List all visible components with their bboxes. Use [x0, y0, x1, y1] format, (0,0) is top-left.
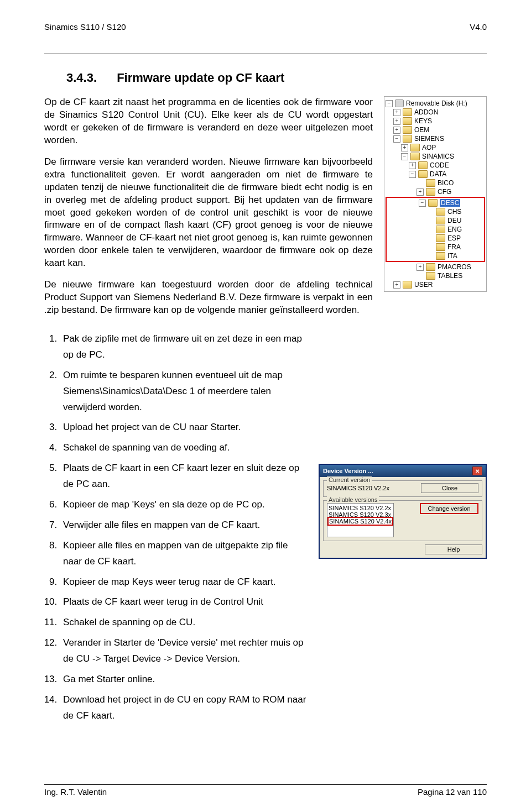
dialog-title-text: Device Version ...: [323, 468, 373, 474]
help-button[interactable]: Help: [425, 544, 482, 554]
tree-node-siemens[interactable]: −SIEMENS: [386, 134, 485, 143]
close-icon[interactable]: ✕: [472, 467, 482, 475]
dialog-titlebar: Device Version ... ✕: [320, 465, 486, 477]
folder-icon: [426, 263, 435, 271]
footer-left: Ing. R.T. Valentin: [44, 787, 107, 797]
tree-node-user[interactable]: +USER: [386, 280, 485, 289]
folder-tree: −Removable Disk (H:)+ADDON+KEYS+OEM−SIEM…: [384, 96, 487, 292]
section-heading: 3.4.3. Firmware update op CF kaart: [66, 71, 487, 85]
tree-node-keys[interactable]: +KEYS: [386, 117, 485, 125]
step-3: Upload het project van de CU naar Starte…: [60, 420, 308, 436]
paragraph-1: Op de CF kaart zit naast het programma e…: [44, 96, 373, 147]
tree-node-fra[interactable]: FRA: [388, 243, 483, 252]
header-left: Sinamics S110 / S120: [44, 22, 126, 32]
version-option[interactable]: SINAMICS S120 V2.2x: [329, 505, 392, 511]
step-5: Plaats de CF kaart in een CF kaart lezer…: [60, 460, 308, 493]
current-version-label: Current version: [327, 476, 372, 483]
footer-rule: [44, 784, 487, 785]
disk-icon: [395, 99, 404, 107]
tree-node-ita[interactable]: ITA: [388, 252, 483, 260]
folder-icon: [410, 144, 420, 151]
folder-icon: [426, 188, 435, 196]
folder-icon: [426, 179, 435, 187]
step-4: Schakel de spanning van de voeding af.: [60, 440, 308, 456]
step-11: Schakel de spanning op de CU.: [60, 615, 308, 631]
tree-node-aop[interactable]: +AOP: [386, 143, 485, 152]
folder-icon: [403, 117, 412, 125]
folder-icon: [403, 108, 412, 116]
folder-icon: [436, 243, 445, 251]
step-1: Pak de zipfile met de firmware uit en ze…: [60, 331, 308, 363]
folder-icon: [436, 252, 445, 260]
folder-icon: [436, 208, 445, 216]
page-header: Sinamics S110 / S120 V4.0: [44, 22, 487, 54]
tree-node-chs[interactable]: CHS: [388, 207, 483, 216]
step-10: Plaats de CF kaart weer terug in de Cont…: [60, 594, 308, 610]
folder-icon: [403, 126, 412, 134]
close-button[interactable]: Close: [421, 483, 478, 493]
folder-icon: [403, 135, 412, 143]
footer-right: Pagina 12 van 110: [418, 787, 487, 797]
folder-icon: [426, 272, 435, 280]
step-9: Kopieer de map Keys weer terug naar de C…: [60, 574, 308, 590]
section-title: Firmware update op CF kaart: [117, 71, 284, 85]
step-13: Ga met Starter online.: [60, 672, 308, 688]
folder-icon: [428, 199, 438, 207]
steps-list: Pak de zipfile met de firmware uit en ze…: [44, 331, 308, 729]
available-versions-label: Available versions: [327, 496, 379, 503]
version-option[interactable]: SINAMICS S120 V2.4x: [329, 518, 392, 525]
header-right: V4.0: [470, 22, 487, 32]
folder-icon: [403, 281, 412, 289]
tree-node-desc[interactable]: −DESC: [388, 198, 483, 207]
tree-node-deu[interactable]: DEU: [388, 216, 483, 225]
folder-icon: [436, 217, 445, 224]
paragraph-2: De firmware versie kan veranderd worden.…: [44, 156, 373, 270]
section-number: 3.4.3.: [66, 71, 97, 85]
version-option[interactable]: SINAMICS S120 V2.3x: [329, 511, 392, 518]
folder-icon: [436, 234, 445, 242]
header-rule: [44, 54, 487, 54]
step-7: Verwijder alle files en mappen van de CF…: [60, 517, 308, 533]
tree-node-tables[interactable]: TABLES: [386, 271, 485, 280]
available-versions-list[interactable]: SINAMICS S120 V2.2xSINAMICS S120 V2.3xSI…: [327, 503, 394, 537]
folder-icon: [410, 153, 420, 160]
step-6: Kopieer de map 'Keys' en sla deze op de …: [60, 497, 308, 513]
device-version-dialog: Device Version ... ✕ Current version SIN…: [319, 464, 487, 559]
tree-node-oem[interactable]: +OEM: [386, 125, 485, 134]
tree-node-data[interactable]: −DATA: [386, 170, 485, 179]
tree-node-code[interactable]: +CODE: [386, 161, 485, 170]
tree-node-pmacros[interactable]: +PMACROS: [386, 263, 485, 271]
tree-root[interactable]: −Removable Disk (H:): [386, 99, 485, 108]
change-version-button[interactable]: Change version: [420, 503, 478, 514]
folder-icon: [418, 170, 428, 178]
tree-node-sinamics[interactable]: −SINAMICS: [386, 152, 485, 161]
step-2: Om ruimte te besparen kunnen eventueel u…: [60, 368, 308, 416]
tree-node-eng[interactable]: ENG: [388, 225, 483, 234]
tree-node-bico[interactable]: BICO: [386, 179, 485, 187]
step-8: Kopieer alle files en mappen van de uitg…: [60, 538, 308, 570]
tree-node-cfg[interactable]: +CFG: [386, 187, 485, 196]
body-text: Op de CF kaart zit naast het programma e…: [44, 96, 373, 326]
step-14: Download het project in de CU en copy RA…: [60, 692, 308, 724]
folder-icon: [436, 226, 445, 233]
page-footer: Ing. R.T. Valentin Pagina 12 van 110: [44, 784, 487, 797]
paragraph-3: De nieuwe firmware kan toegestuurd worde…: [44, 279, 373, 317]
tree-node-esp[interactable]: ESP: [388, 234, 483, 243]
folder-icon: [418, 161, 428, 169]
tree-node-addon[interactable]: +ADDON: [386, 108, 485, 117]
current-version-value: SINAMICS S120 V2.2x: [327, 485, 389, 491]
step-12: Verander in Starter de 'Device versie' m…: [60, 635, 308, 667]
